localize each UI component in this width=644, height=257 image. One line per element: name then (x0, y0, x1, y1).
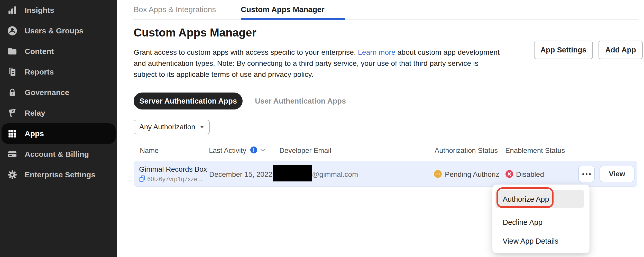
tab-box-apps-integrations[interactable]: Box Apps & Integrations (134, 5, 216, 14)
menu-item-decline-app[interactable]: Decline App (503, 218, 542, 227)
sidebar-item-enterprise-settings[interactable]: Enterprise Settings (0, 164, 117, 185)
custom-apps-manager-page: Insights Users & Groups Content (0, 0, 644, 257)
sidebar-item-label: Enterprise Settings (25, 170, 95, 179)
column-header-developer-email: Developer Email (279, 146, 331, 155)
pending-ellipsis-icon (434, 170, 442, 178)
sidebar-item-label: Governance (25, 88, 69, 97)
table-row: Gimmal Records Box 60tz6y7vrp1q7xze... D… (134, 161, 637, 187)
sidebar-item-label: Insights (25, 6, 54, 15)
redacted-email-box (273, 165, 312, 181)
sidebar-item-users-groups[interactable]: Users & Groups (0, 21, 117, 41)
last-activity-date: December 15, 2022 (209, 170, 272, 179)
user-circle-icon (7, 25, 18, 36)
credit-card-icon (7, 149, 18, 160)
sidebar-item-account-billing[interactable]: Account & Billing (0, 144, 117, 164)
gear-icon (7, 169, 18, 180)
column-header-name: Name (140, 146, 159, 155)
flag-icon (7, 107, 18, 119)
sidebar-item-reports[interactable]: Reports (0, 62, 117, 82)
sidebar-item-label: Users & Groups (25, 26, 83, 35)
grid-icon (7, 128, 18, 139)
info-icon[interactable]: i (250, 146, 257, 153)
folder-icon (7, 46, 18, 57)
app-settings-button[interactable]: App Settings (534, 41, 593, 59)
active-tab-underline (241, 18, 345, 20)
copy-icon[interactable] (139, 175, 145, 184)
server-authentication-apps-toggle[interactable]: Server Authentication Apps (134, 93, 243, 109)
sidebar-item-label: Relay (25, 109, 45, 117)
authorization-status-badge: Pending Authorization (445, 170, 499, 179)
sidebar-item-label: Reports (25, 68, 54, 76)
description-line-3: subject to its applicable terms of use a… (134, 69, 500, 80)
tabs-divider (133, 19, 638, 20)
caret-down-icon (200, 126, 204, 128)
sidebar-item-insights[interactable]: Insights (0, 0, 117, 21)
learn-more-link[interactable]: Learn more (358, 48, 395, 56)
row-actions-context-menu: Authorize App Decline App View App Detai… (492, 185, 590, 253)
page-title: Custom Apps Manager (134, 26, 256, 39)
sidebar-item-relay[interactable]: Relay (0, 103, 117, 123)
column-header-enablement-status: Enablement Status (505, 146, 565, 155)
lock-icon (7, 87, 18, 98)
sidebar-item-apps[interactable]: Apps (2, 123, 116, 144)
bar-chart-icon (7, 5, 18, 16)
documents-icon (7, 66, 18, 78)
admin-sidebar: Insights Users & Groups Content (0, 0, 117, 257)
view-button[interactable]: View (600, 166, 634, 182)
error-x-icon (505, 170, 513, 178)
sidebar-item-governance[interactable]: Governance (0, 82, 117, 103)
user-authentication-apps-toggle[interactable]: User Authentication Apps (255, 93, 346, 109)
description-line-2: and authentication types. Note: By conne… (134, 58, 500, 69)
chevron-down-icon[interactable] (260, 149, 266, 153)
dropdown-selected-value: Any Authorization (139, 123, 195, 131)
sidebar-item-label: Account & Billing (25, 150, 89, 159)
developer-email-suffix: @gimmal.com (312, 170, 358, 179)
add-app-button[interactable]: Add App (599, 41, 643, 59)
enablement-status-badge: Disabled (516, 170, 544, 179)
column-header-authorization-status: Authorization Status (435, 146, 498, 155)
sidebar-item-label: Apps (25, 129, 44, 138)
authorization-filter-dropdown[interactable]: Any Authorization (134, 120, 210, 134)
column-header-last-activity: Last Activity (209, 146, 246, 155)
page-description: Grant access to custom apps with access … (134, 47, 500, 80)
description-line-1: Grant access to custom apps with access … (134, 47, 500, 58)
menu-item-view-app-details[interactable]: View App Details (503, 237, 558, 245)
menu-item-authorize-app[interactable]: Authorize App (503, 195, 549, 204)
sidebar-item-label: Content (25, 47, 54, 56)
app-name: Gimmal Records Box (139, 165, 207, 173)
more-actions-icon (582, 173, 584, 175)
app-id: 60tz6y7vrp1q7xze... (147, 176, 203, 183)
tab-custom-apps-manager[interactable]: Custom Apps Manager (241, 5, 325, 14)
sidebar-item-content[interactable]: Content (0, 41, 117, 62)
more-actions-button[interactable] (578, 166, 595, 182)
